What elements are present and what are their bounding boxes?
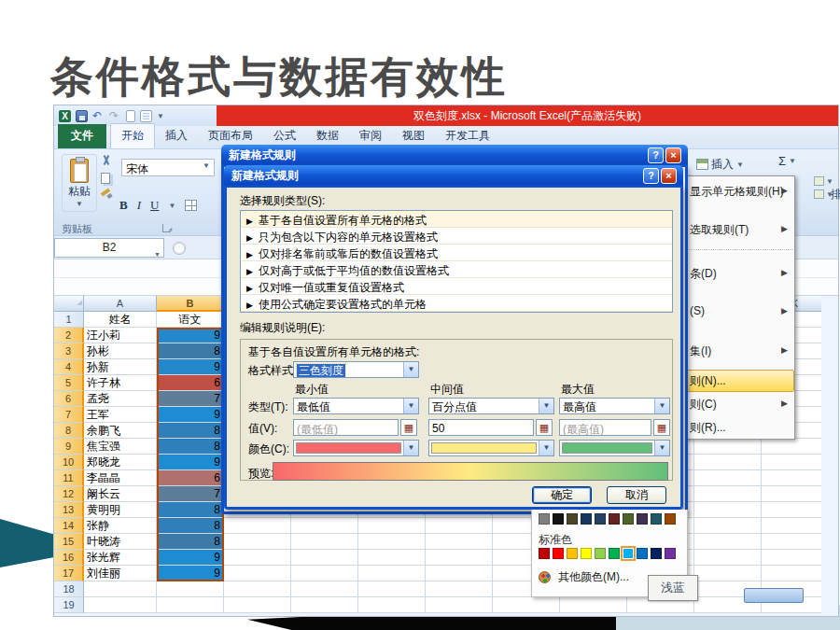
rule-type-item[interactable]: ▶仅对排名靠前或靠后的数值设置格式 [241,245,672,261]
cancel-button[interactable]: 取消 [607,486,666,504]
fill-button[interactable]: ▼ [814,175,838,187]
theme-color-swatch[interactable] [665,513,676,525]
row-header-12[interactable]: 12 [54,486,84,502]
help-button[interactable]: ? [648,147,664,163]
cell-a15[interactable]: 叶晓涛 [84,534,157,550]
mid-color-select[interactable]: ▼ [428,440,554,456]
cell-b10[interactable]: 9 [157,455,224,470]
cell-a10[interactable]: 郑晓龙 [84,455,157,470]
horizontal-scrollbar-thumb[interactable] [744,588,804,603]
menu-item[interactable]: 则(R)... [669,420,794,436]
cell-b19[interactable] [157,597,224,613]
paste-button[interactable]: 粘贴 ▼ [62,154,97,212]
menu-item[interactable]: 选取规则(T)▶ [669,222,794,238]
underline-dropdown-icon[interactable]: ▼ [168,202,175,210]
empty-cell[interactable] [426,550,493,566]
row-header-13[interactable]: 13 [54,502,84,518]
menu-item[interactable]: 则(C)▶ [669,397,794,413]
row-header-3[interactable]: 3 [54,343,84,359]
bold-button[interactable]: B [119,198,128,213]
cell-b14[interactable]: 8 [157,518,224,534]
empty-cell[interactable] [694,486,762,502]
row-header-16[interactable]: 16 [54,550,84,566]
standard-color-swatch[interactable] [637,548,648,559]
cell-a11[interactable]: 李晶晶 [84,470,157,486]
empty-cell[interactable] [694,455,762,470]
cell-a14[interactable]: 张静 [84,518,157,534]
range-picker-icon[interactable]: ▦ [400,419,417,436]
row-header-9[interactable]: 9 [54,439,84,455]
standard-color-swatch[interactable] [609,548,620,559]
standard-color-swatch[interactable] [623,548,634,559]
empty-cell[interactable] [694,550,762,566]
cell-b1[interactable]: 语文 [157,312,224,328]
menu-item[interactable]: 集(I)▶ [669,343,794,359]
empty-cell[interactable] [291,550,358,566]
theme-color-swatch[interactable] [567,513,578,525]
row-header-15[interactable]: 15 [54,534,84,550]
cell-a17[interactable]: 刘佳丽 [84,566,157,581]
redo-icon[interactable]: ↷ [109,110,121,122]
qat-dropdown-icon[interactable]: ▼ [157,112,164,120]
cell-a19[interactable] [84,597,157,613]
autosum-button[interactable]: Σ ▼ [778,154,796,168]
format-painter-icon[interactable] [99,189,113,201]
theme-color-swatch[interactable] [581,513,592,525]
tab-插入[interactable]: 插入 [155,124,198,148]
theme-color-swatch[interactable] [637,513,648,525]
rule-type-item[interactable]: ▶只为包含以下内容的单元格设置格式 [241,228,672,245]
clipboard-dialog-launcher[interactable] [162,224,171,232]
standard-color-swatch[interactable] [665,548,676,559]
range-picker-icon[interactable]: ▦ [653,419,670,436]
more-colors-item[interactable]: 其他颜色(M)... [539,569,629,585]
empty-cell[interactable] [358,597,426,613]
table-icon[interactable] [140,110,152,122]
max-color-select[interactable]: ▼ [559,440,670,456]
cell-a3[interactable]: 孙彬 [84,343,157,359]
row-header-14[interactable]: 14 [54,518,84,534]
cell-a6[interactable]: 孟尧 [84,391,157,407]
cell-b4[interactable]: 9 [157,359,224,375]
cut-icon[interactable] [99,155,113,167]
empty-cell[interactable] [762,518,821,534]
empty-cell[interactable] [224,518,291,534]
row-header-11[interactable]: 11 [54,470,84,486]
empty-cell[interactable] [358,550,426,566]
column-header-B[interactable]: B [157,296,224,312]
row-header-17[interactable]: 17 [54,566,84,581]
rule-type-item[interactable]: ▶仅对高于或低于平均值的数值设置格式 [241,261,672,278]
row-header-4[interactable]: 4 [54,359,84,375]
column-header-A[interactable]: A [84,296,157,312]
italic-button[interactable]: I [137,198,141,213]
empty-cell[interactable] [694,470,762,486]
cell-b9[interactable]: 8 [157,439,224,455]
tab-文件[interactable]: 文件 [58,124,106,148]
cell-a8[interactable]: 余鹏飞 [84,423,157,439]
empty-cell[interactable] [426,518,493,534]
cell-a9[interactable]: 焦宝强 [84,439,157,455]
close-icon[interactable]: × [661,168,677,184]
cell-b8[interactable]: 8 [157,423,224,439]
cell-b13[interactable]: 8 [157,502,224,518]
cell-a16[interactable]: 张光辉 [84,550,157,566]
row-header-18[interactable]: 18 [54,581,84,597]
mid-value-field[interactable]: 50 [428,419,534,436]
empty-cell[interactable] [291,566,358,581]
menu-item[interactable]: (S)▶ [669,304,794,317]
row-header-2[interactable]: 2 [54,328,84,343]
empty-cell[interactable] [694,566,762,581]
name-box[interactable]: B2 ▼ [54,238,164,258]
cell-b17[interactable]: 9 [157,566,224,581]
ok-button[interactable]: 确定 [532,486,592,504]
empty-cell[interactable] [762,534,821,550]
rule-type-item[interactable]: ▶仅对唯一值或重复值设置格式 [241,278,672,295]
cell-b18[interactable] [157,581,224,597]
theme-color-swatch[interactable] [623,513,634,525]
empty-cell[interactable] [762,566,821,581]
min-color-select[interactable]: ▼ [293,440,419,456]
empty-cell[interactable] [224,534,291,550]
rule-type-item[interactable]: ▶使用公式确定要设置格式的单元格 [241,295,672,312]
standard-color-swatch[interactable] [651,548,662,559]
empty-cell[interactable] [694,518,762,534]
empty-cell[interactable] [694,534,762,550]
